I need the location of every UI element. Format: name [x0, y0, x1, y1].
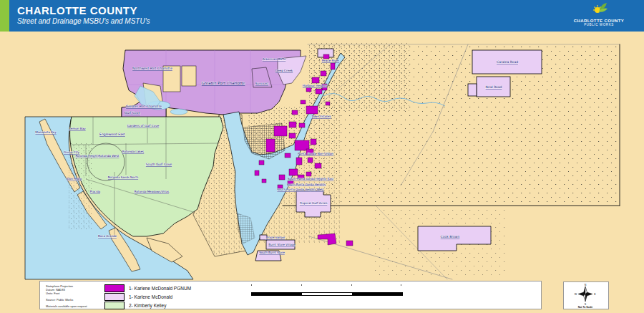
map-region-label: Deep Creek	[275, 69, 293, 72]
map-region-label: Ackerman MSTU	[263, 57, 286, 61]
metadata-line: Source: Public Works	[46, 298, 87, 302]
map-region-label: Town Estates	[311, 115, 331, 118]
legend-item: 1- Karlene McDonald	[104, 292, 191, 301]
map-region-label: Placida	[90, 190, 101, 193]
compass-rose-icon: N E S W Not To Scale	[564, 282, 608, 309]
map-region-label: Rotonda West	[99, 154, 119, 158]
page-subtitle: Street and Drainage MSBU's and MSTU's	[17, 17, 150, 25]
legend-item: 1- Karlene McDonald PGNUM	[104, 284, 191, 292]
map-region-label: Don Pedro	[67, 177, 82, 180]
scale-bar	[251, 292, 403, 296]
metadata-line: Materials available upon request	[46, 304, 87, 308]
legend-swatch	[104, 302, 125, 309]
map-region-label: Gardens of Gulf Cove	[127, 124, 160, 127]
map-region-label: South Punta Gorda Heights	[287, 183, 326, 186]
map-region-label: Northwest Port Charlotte	[132, 67, 172, 70]
map-region-label: Burnt Store Village	[268, 243, 296, 246]
map-region-label: Pirate Harbor	[266, 236, 286, 239]
north-arrow-box: N E S W Not To Scale	[563, 281, 609, 309]
header-green-stripe	[0, 0, 9, 32]
legend-swatch	[104, 284, 125, 292]
map-region-label: Boca Grande	[98, 234, 117, 238]
map-region-label: Tropical Gulf Acres	[299, 201, 328, 205]
logo-dept-text: PUBLIC WORKS	[567, 23, 631, 27]
map-region-label: Englewood East	[99, 133, 125, 136]
legend-box: Stateplane ProjectionDatum: NAD83Units: …	[39, 281, 542, 309]
compass-n: N	[585, 284, 587, 286]
metadata-line: Units: Feet	[46, 292, 87, 295]
legend-item-label: 1- Karlene McDonald	[129, 294, 172, 299]
map-region-label: Rotonda Heights	[75, 154, 99, 158]
county-logo: CHARLOTTE COUNTY PUBLIC WORKS	[567, 2, 631, 31]
page: { "header": { "title": "CHARLOTTE COUNTY…	[0, 0, 644, 313]
header-bar: CHARLOTTE COUNTY Street and Drainage MSB…	[0, 0, 644, 32]
map-metadata: Stateplane ProjectionDatum: NAD83Units: …	[46, 284, 87, 308]
legend-items: 1- Karlene McDonald PGNUM1- Karlene McDo…	[104, 284, 191, 309]
map-region-label: South Punta Gorda Heights East	[288, 177, 334, 180]
map-region-label: Cook Brown	[441, 235, 460, 239]
map-region-label: Manasota Key	[35, 130, 57, 134]
map-region-label: Suncoast	[255, 82, 269, 85]
legend-swatch	[104, 293, 125, 301]
map-region-label: South Punta Gorda Heights West	[277, 188, 324, 191]
legend-item-label: 2- Kimberly Kelley	[129, 303, 166, 308]
page-title: CHARLOTTE COUNTY	[17, 4, 150, 16]
map-region-label: Harbour Heights	[303, 84, 327, 87]
compass-e: E	[594, 293, 596, 296]
map-region-label: Greater Port Charlotte	[126, 105, 162, 108]
legend-item-label: 1- Karlene McDonald PGNUM	[129, 286, 191, 291]
map-region-label: Rotonda Meadows/Villas	[135, 190, 169, 193]
map-region-label: Rotonda Sands North	[108, 175, 139, 179]
map-region-label: Gulf Cove	[125, 111, 140, 115]
county-map: Northwest Port CharlotteGreater Port Cha…	[0, 32, 644, 281]
sun-leaf-icon	[590, 2, 608, 15]
legend-item: 2- Kimberly Kelley	[104, 301, 191, 309]
map-region-label: Rotonda Lakes	[122, 150, 145, 153]
map-region-label: Greater Port Charlotte	[202, 81, 246, 85]
not-to-scale-note: Not To Scale	[578, 306, 592, 309]
map-region-label: Punta Gorda Non-Urban	[298, 152, 333, 155]
map-region-label: Neal Road	[486, 85, 502, 89]
map-region-label: Lemon Bay	[69, 127, 86, 130]
map-region-label: South Burnt Store	[259, 251, 285, 254]
map-region-label: South Gulf Cove	[146, 163, 172, 166]
map-region-label: Peace River	[322, 59, 340, 62]
map-region-label: Caralea Road	[497, 60, 518, 64]
compass-w: W	[575, 293, 577, 296]
